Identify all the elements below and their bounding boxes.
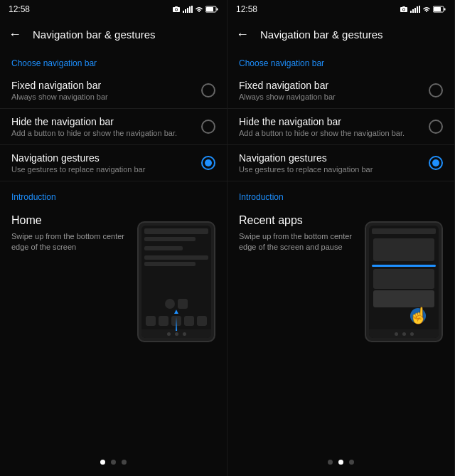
dot-3-left[interactable]	[122, 460, 127, 465]
svg-rect-8	[191, 6, 193, 13]
status-bar-right: 12:58	[228, 0, 454, 17]
back-arrow-left[interactable]: ←	[9, 27, 21, 42]
swipe-arrow-up-left: ▲	[173, 307, 180, 315]
svg-rect-11	[206, 7, 213, 11]
option-gestures-sub-right: Use gestures to replace navigation bar	[239, 165, 429, 174]
option-hide-text-left: Hide the navigation bar Add a button to …	[11, 116, 201, 137]
svg-rect-4	[183, 11, 184, 13]
svg-rect-10	[217, 9, 218, 11]
top-bar-right: ← Navigation bar & gestures	[228, 17, 454, 51]
status-time-right: 12:58	[236, 4, 257, 14]
phone-mockup-left: ▲	[137, 221, 215, 342]
svg-rect-7	[189, 6, 191, 13]
svg-rect-3	[175, 6, 178, 8]
carousel-right: Recent apps Swipe up from the bottom cen…	[228, 207, 454, 450]
svg-rect-18	[414, 8, 416, 13]
dots-row-left	[0, 450, 227, 476]
option-hide-left[interactable]: Hide the navigation bar Add a button to …	[0, 109, 227, 145]
intro-label-left: Introduction	[11, 192, 56, 202]
gesture-info-left: Home Swipe up from the bottom center edg…	[11, 214, 215, 342]
option-gestures-radio-left[interactable]	[201, 156, 215, 170]
option-fixed-sub-left: Always show navigation bar	[11, 92, 201, 101]
option-hide-radio-right[interactable]	[429, 120, 443, 134]
page-title-left: Navigation bar & gestures	[33, 28, 156, 41]
svg-point-14	[403, 9, 405, 10]
battery-icon	[205, 6, 218, 13]
svg-rect-6	[187, 8, 188, 13]
mock-status-right	[372, 228, 436, 234]
dots-row-right	[228, 450, 454, 476]
battery-icon-right	[433, 6, 446, 13]
svg-rect-22	[444, 9, 446, 11]
option-gestures-text-left: Navigation gestures Use gestures to repl…	[11, 152, 201, 174]
camera-icon	[172, 6, 181, 13]
option-hide-radio-left[interactable]	[201, 120, 215, 134]
phone-mockup-right: ☝	[365, 221, 443, 342]
option-fixed-title-left: Fixed navigation bar	[11, 80, 201, 91]
swipe-line-left	[176, 317, 177, 331]
status-time-left: 12:58	[9, 4, 30, 14]
carousel-left: Home Swipe up from the bottom center edg…	[0, 207, 227, 450]
intro-section-right: Introduction	[228, 181, 454, 207]
gesture-desc-right: Swipe up from the bottom center edge of …	[239, 231, 358, 253]
option-hide-text-right: Hide the navigation bar Add a button to …	[239, 116, 429, 137]
option-gestures-right[interactable]: Navigation gestures Use gestures to repl…	[228, 145, 454, 181]
gesture-info-right: Recent apps Swipe up from the bottom cen…	[239, 214, 443, 342]
svg-rect-15	[402, 6, 405, 8]
option-gestures-radio-right[interactable]	[429, 156, 443, 170]
dot-3-right[interactable]	[349, 460, 354, 465]
svg-point-2	[176, 9, 177, 10]
option-hide-right[interactable]: Hide the navigation bar Add a button to …	[228, 109, 454, 145]
mock-nav-right	[369, 329, 439, 338]
option-hide-sub-right: Add a button to hide or show the navigat…	[239, 129, 429, 137]
option-fixed-text-left: Fixed navigation bar Always show navigat…	[11, 80, 201, 101]
option-fixed-left[interactable]: Fixed navigation bar Always show navigat…	[0, 73, 227, 109]
option-hide-title-right: Hide the navigation bar	[239, 116, 429, 127]
svg-rect-17	[412, 9, 414, 13]
gesture-title-right: Recent apps	[239, 214, 358, 227]
svg-rect-20	[419, 6, 420, 13]
top-bar-left: ← Navigation bar & gestures	[0, 17, 227, 51]
swipe-indicator-left: ▲	[173, 307, 180, 331]
gesture-title-left: Home	[11, 214, 130, 227]
gesture-text-left: Home Swipe up from the bottom center edg…	[11, 214, 130, 253]
section-label-left: Choose navigation bar	[0, 51, 227, 73]
signal-icon-right	[410, 6, 420, 13]
option-fixed-right[interactable]: Fixed navigation bar Always show navigat…	[228, 73, 454, 109]
option-fixed-title-right: Fixed navigation bar	[239, 80, 429, 91]
option-gestures-title-right: Navigation gestures	[239, 152, 429, 164]
dot-1-left[interactable]	[100, 460, 105, 465]
option-fixed-text-right: Fixed navigation bar Always show navigat…	[239, 80, 429, 101]
gesture-text-right: Recent apps Swipe up from the bottom cen…	[239, 214, 358, 253]
svg-rect-23	[434, 7, 441, 11]
intro-section-left: Introduction	[0, 181, 227, 207]
svg-rect-16	[410, 11, 412, 13]
status-icons-left	[172, 6, 218, 13]
dot-2-right[interactable]	[338, 460, 343, 465]
back-arrow-right[interactable]: ←	[236, 27, 249, 42]
camera-icon-right	[400, 6, 408, 13]
option-fixed-radio-left[interactable]	[201, 83, 215, 97]
option-fixed-sub-right: Always show navigation bar	[239, 92, 429, 101]
option-gestures-text-right: Navigation gestures Use gestures to repl…	[239, 152, 429, 174]
option-gestures-title-left: Navigation gestures	[11, 152, 201, 164]
option-hide-sub-left: Add a button to hide or show the navigat…	[11, 129, 201, 137]
status-bar-left: 12:58	[0, 0, 227, 17]
dot-2-left[interactable]	[111, 460, 116, 465]
touch-cursor-right: ☝	[409, 304, 433, 328]
mock-status-left	[144, 228, 208, 234]
intro-label-right: Introduction	[239, 192, 284, 202]
option-gestures-left[interactable]: Navigation gestures Use gestures to repl…	[0, 145, 227, 181]
svg-rect-5	[185, 9, 186, 13]
section-label-right: Choose navigation bar	[228, 51, 454, 73]
option-hide-title-left: Hide the navigation bar	[11, 116, 201, 127]
status-icons-right	[400, 6, 446, 13]
svg-rect-19	[417, 6, 418, 13]
option-fixed-radio-right[interactable]	[429, 83, 443, 97]
dot-1-right[interactable]	[328, 460, 333, 465]
wifi-icon	[195, 6, 203, 13]
signal-icon	[183, 6, 193, 13]
page-title-right: Navigation bar & gestures	[260, 28, 383, 41]
panel-right: 12:58 ← Navigation bar & gestures Choose…	[228, 0, 455, 476]
panel-left: 12:58 ← Navigation bar & gestures Choose…	[0, 0, 228, 476]
